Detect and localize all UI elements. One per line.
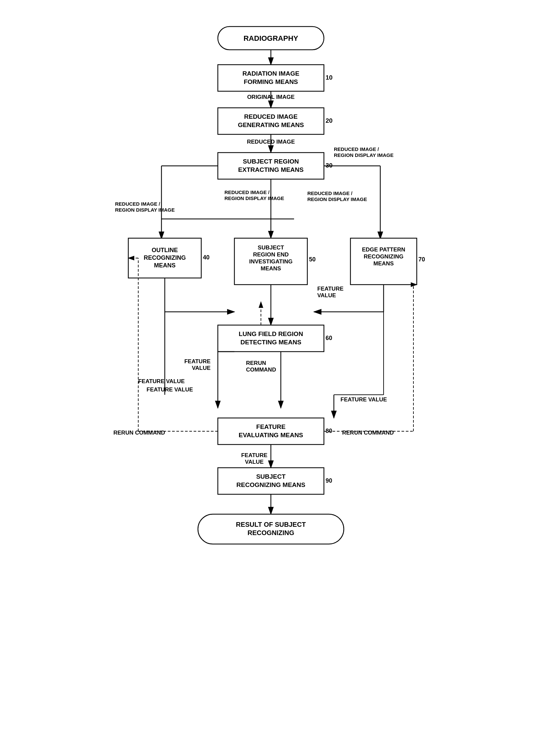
srend-label-4: MEANS	[261, 265, 281, 272]
fv-right-label: FEATURE VALUE	[341, 396, 387, 403]
result-label-2: RECOGNIZING	[247, 529, 294, 536]
edge-label-1: EDGE PATTERN	[362, 246, 405, 253]
feature-val-edge-label: FEATURE	[317, 286, 343, 292]
fv-lung-left-1: FEATURE	[184, 358, 211, 365]
fv-left-label-1: FEATURE VALUE	[146, 387, 193, 393]
feat-eval-label-1: FEATURE	[256, 423, 286, 430]
subj-rec-label-2: RECOGNIZING MEANS	[237, 481, 305, 488]
srend-label-3: INVESTIGATING	[249, 258, 293, 265]
subj-rec-box	[218, 468, 324, 494]
reduced-gen-ref: 20	[326, 117, 333, 124]
label-ri-rd-middle-1: REDUCED IMAGE /	[224, 189, 270, 195]
label-ri-rd-rightmid-2: REGION DISPLAY IMAGE	[307, 196, 367, 202]
label-ri-rd-topright-2: REGION DISPLAY IMAGE	[334, 152, 393, 158]
srend-label-2: REGION END	[253, 251, 289, 258]
result-label-1: RESULT OF SUBJECT	[236, 521, 306, 528]
subj-rec-label-1: SUBJECT	[256, 473, 286, 480]
reduced-gen-box	[218, 108, 324, 134]
fv-down-1: FEATURE	[241, 452, 267, 459]
subject-region-ref: 30	[326, 162, 333, 169]
flowchart-svg: RADIOGRAPHY RADIATION IMAGE FORMING MEAN…	[95, 13, 460, 743]
outline-label-3: MEANS	[154, 262, 175, 269]
edge-label-3: MEANS	[373, 261, 393, 267]
radiation-ref: 10	[326, 74, 333, 81]
lung-ref: 60	[326, 335, 332, 341]
reduced-gen-label-1: REDUCED IMAGE	[244, 113, 298, 120]
fv-left-big-1: FEATURE VALUE	[138, 378, 185, 385]
radiation-image-label-1: RADIATION IMAGE	[242, 70, 299, 77]
outline-label-1: OUTLINE	[152, 247, 178, 253]
rerun-right-1: RERUN COMMAND	[342, 430, 394, 436]
subject-region-label-2: EXTRACTING MEANS	[238, 166, 303, 173]
lung-box	[218, 325, 324, 352]
radiation-image-box	[218, 65, 324, 91]
reduced-gen-label-2: GENERATING MEANS	[238, 121, 304, 128]
radiation-image-label-2: FORMING MEANS	[244, 78, 298, 85]
label-ri-rd-topright-1: REDUCED IMAGE /	[334, 146, 379, 152]
feat-eval-label-2: EVALUATING MEANS	[239, 432, 303, 439]
edge-label-2: RECOGNIZING	[364, 253, 403, 260]
label-ri-rd-middle-2: REGION DISPLAY IMAGE	[224, 195, 284, 201]
lung-label-1: LUNG FIELD REGION	[239, 330, 303, 337]
srend-ref: 50	[309, 256, 315, 263]
rerun-cmd-lung-2: COMMAND	[246, 366, 276, 373]
label-ri-rd-left-1: REDUCED IMAGE /	[115, 201, 161, 207]
outline-label-2: RECOGNIZING	[143, 254, 186, 261]
rerun-left-1: RERUN COMMAND	[114, 430, 165, 436]
subject-region-box	[218, 153, 324, 179]
fv-down-2: VALUE	[245, 459, 264, 465]
radiography-label: RADIOGRAPHY	[243, 34, 298, 42]
label-ri-rd-rightmid-1: REDUCED IMAGE /	[307, 190, 353, 196]
feature-val-edge-label2: VALUE	[317, 292, 336, 299]
subj-rec-ref: 90	[326, 477, 332, 484]
outline-ref: 40	[203, 254, 210, 261]
edge-ref: 70	[418, 256, 425, 263]
diagram-container: RADIOGRAPHY RADIATION IMAGE FORMING MEAN…	[95, 13, 460, 743]
srend-label-1: SUBJECT	[258, 244, 284, 251]
feat-eval-box	[218, 418, 324, 444]
subject-region-label-1: SUBJECT REGION	[243, 158, 299, 165]
lung-label-2: DETECTING MEANS	[240, 339, 301, 346]
rerun-cmd-lung-1: RERUN	[246, 360, 266, 366]
fv-lung-left-2: VALUE	[192, 365, 211, 371]
label-ri-rd-left-2: REGION DISPLAY IMAGE	[115, 207, 175, 213]
